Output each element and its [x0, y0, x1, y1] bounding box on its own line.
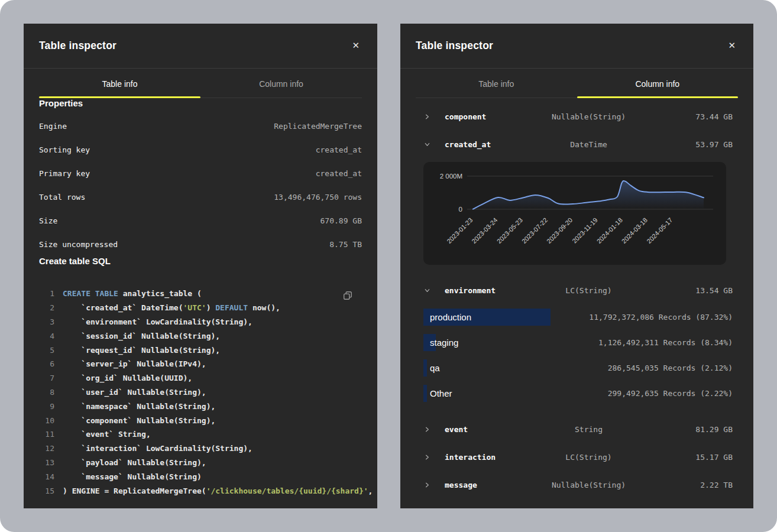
property-label: Size	[39, 216, 57, 225]
table-inspector-dialog-table-info: Table inspector ✕ Table info Column info…	[24, 24, 377, 508]
modal-backdrop: Table inspector ✕ Table info Column info…	[0, 0, 777, 532]
code-segment: `component` Nullable(String),	[63, 416, 215, 425]
code-segment: ,	[368, 486, 373, 495]
line-code: `created_at` DateTime('UTC') DEFAULT now…	[63, 303, 280, 312]
code-segment: ) ENGINE = ReplicatedMergeTree(	[63, 486, 206, 495]
table-inspector-dialog-column-info: Table inspector ✕ Table info Column info…	[400, 24, 753, 508]
sql-line: 10 `component` Nullable(String),	[39, 413, 362, 427]
copy-icon[interactable]	[342, 290, 354, 303]
code-segment: 'UTC'	[183, 303, 206, 312]
code-segment: CREATE TABLE	[63, 289, 118, 298]
sql-line: 13 `payload` Nullable(String),	[39, 456, 362, 470]
dialog-header: Table inspector ✕	[400, 24, 753, 69]
property-row: Primary keycreated_at	[39, 161, 362, 185]
property-value: 13,496,476,750 rows	[274, 193, 362, 202]
line-code: `org_id` Nullable(UUID),	[63, 374, 192, 382]
column-name: environment	[445, 286, 540, 295]
sql-line: 12 `interaction` LowCardinality(String),	[39, 442, 362, 456]
sql-line: 14 `message` Nullable(String)	[39, 469, 362, 484]
code-segment: )	[206, 303, 216, 312]
value-label: production	[430, 312, 471, 322]
column-size: 2.22 TB	[637, 481, 733, 489]
code-segment: `org_id` Nullable(UUID),	[63, 374, 192, 382]
code-segment: `payload` Nullable(String),	[63, 458, 206, 467]
column-row-component[interactable]: componentNullable(String)73.44 GB	[400, 103, 753, 131]
sql-line: 7 `org_id` Nullable(UUID),	[39, 371, 362, 385]
code-segment: `created_at` DateTime(	[63, 303, 183, 312]
line-number: 5	[39, 346, 54, 355]
property-value: ReplicatedMergeTree	[274, 122, 362, 131]
close-icon[interactable]: ✕	[726, 39, 738, 53]
code-segment: `request_id` Nullable(String),	[63, 346, 220, 355]
column-row-interaction[interactable]: interactionLC(String)15.17 GB	[400, 443, 753, 471]
value-label: Other	[430, 388, 452, 398]
line-number: 3	[39, 317, 54, 326]
line-number: 2	[39, 303, 54, 312]
chevron-down-icon	[424, 141, 445, 148]
line-number: 7	[39, 374, 54, 382]
y-tick-label: 2 000M	[440, 173, 462, 180]
sql-code-lines: 1CREATE TABLE analytics_table (2 `create…	[39, 287, 362, 498]
line-code: `payload` Nullable(String),	[63, 458, 206, 467]
x-tick-label: 2024-05-17	[645, 216, 674, 245]
property-label: Total rows	[39, 193, 85, 202]
x-tick-label: 2024-03-18	[620, 216, 649, 245]
value-bar	[423, 385, 427, 402]
line-number: 12	[39, 444, 54, 453]
close-icon[interactable]: ✕	[349, 39, 362, 53]
tab-column-info[interactable]: Column info	[577, 69, 739, 98]
x-tick-label: 2024-01-18	[595, 216, 624, 245]
tab-table-info[interactable]: Table info	[416, 69, 577, 98]
code-segment: '/clickhouse/tables/{uuid}/{shard}'	[206, 486, 368, 495]
code-segment: `environment` LowCardinality(String),	[63, 317, 252, 326]
value-bar	[423, 359, 427, 377]
tab-bar: Table info Column info	[416, 69, 738, 98]
x-tick-label: 2023-01-23	[445, 216, 474, 245]
code-segment: DEFAULT	[215, 303, 248, 312]
created-at-distribution-chart: 2 000M02023-01-232023-03-242023-05-23202…	[423, 162, 726, 265]
code-segment: `namespace` Nullable(String),	[63, 402, 215, 411]
line-code: `message` Nullable(String)	[63, 472, 202, 481]
column-row-event[interactable]: eventString81.29 GB	[400, 416, 753, 443]
line-number: 8	[39, 388, 54, 397]
x-tick-label: 2023-05-23	[496, 216, 524, 245]
environment-value-row: qa286,545,035 Records (2.12%)	[423, 355, 733, 381]
property-value: created_at	[316, 169, 362, 178]
code-segment: `event` String,	[63, 430, 151, 439]
column-name: created_at	[445, 140, 540, 149]
line-number: 6	[39, 359, 54, 368]
value-records: 11,792,372,086 Records (87.32%)	[589, 313, 733, 322]
environment-value-row: production11,792,372,086 Records (87.32%…	[423, 304, 733, 330]
sql-line: 5 `request_id` Nullable(String),	[39, 343, 362, 357]
table-info-content: Properties EngineReplicatedMergeTreeSort…	[24, 98, 377, 498]
column-size: 81.29 GB	[637, 425, 733, 434]
line-number: 10	[39, 416, 54, 425]
property-label: Engine	[39, 122, 67, 131]
line-number: 14	[39, 472, 54, 481]
column-row-message[interactable]: messageNullable(String)2.22 TB	[400, 471, 753, 499]
property-row: Size uncompressed8.75 TB	[39, 232, 362, 256]
environment-value-row: staging1,126,492,311 Records (8.34%)	[423, 330, 733, 355]
chevron-down-icon	[424, 287, 445, 294]
column-size: 73.44 GB	[637, 112, 733, 121]
column-row-created_at[interactable]: created_atDateTime53.97 GB	[400, 131, 753, 158]
dialog-title: Table inspector	[39, 40, 116, 52]
column-name: event	[445, 425, 540, 434]
create-sql-heading: Create table SQL	[39, 256, 362, 266]
line-code: `interaction` LowCardinality(String),	[63, 444, 252, 453]
column-size: 13.54 GB	[637, 286, 733, 295]
value-records: 299,492,635 Records (2.22%)	[608, 389, 733, 398]
chevron-right-icon	[424, 482, 445, 488]
property-value: 670.89 GB	[320, 216, 362, 225]
column-name: interaction	[445, 453, 540, 462]
tab-table-info[interactable]: Table info	[39, 69, 200, 98]
column-row-environment[interactable]: environmentLC(String)13.54 GB	[400, 277, 753, 304]
tab-column-info[interactable]: Column info	[200, 69, 362, 98]
properties-list: EngineReplicatedMergeTreeSorting keycrea…	[39, 114, 362, 256]
column-list: componentNullable(String)73.44 GBcreated…	[400, 98, 753, 499]
chevron-right-icon	[424, 426, 445, 433]
sql-line: 8 `user_id` Nullable(String),	[39, 385, 362, 400]
line-code: CREATE TABLE analytics_table (	[63, 289, 202, 298]
line-code: `session_id` Nullable(String),	[63, 332, 220, 340]
x-tick-label: 2023-07-22	[520, 216, 549, 245]
